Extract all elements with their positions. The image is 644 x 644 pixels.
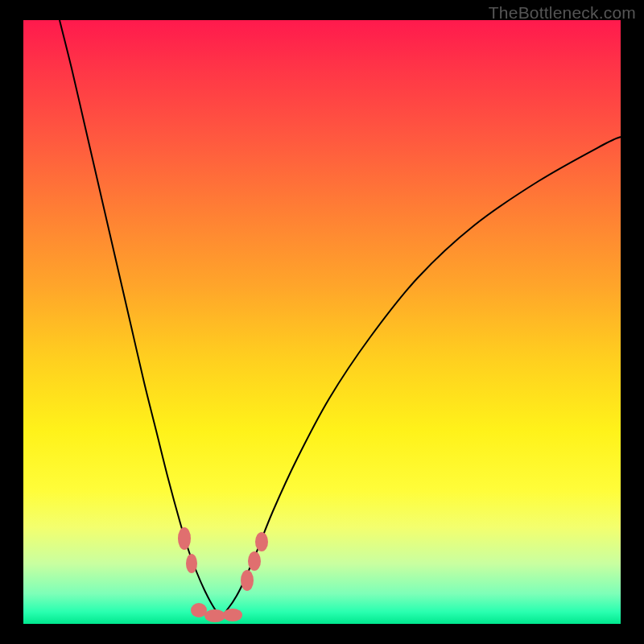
chart-overlay: [23, 20, 621, 624]
marker-point: [241, 570, 254, 591]
marker-point: [223, 609, 242, 621]
marker-point: [178, 527, 191, 550]
marker-point: [248, 551, 261, 571]
chart-frame: TheBottleneck.com: [0, 0, 644, 644]
marker-point: [204, 609, 225, 622]
marker-point: [186, 554, 197, 573]
markers-group: [178, 527, 268, 622]
marker-point: [191, 603, 207, 617]
watermark-text: TheBottleneck.com: [489, 3, 636, 23]
marker-point: [255, 532, 268, 551]
bottleneck-curve: [60, 20, 621, 616]
